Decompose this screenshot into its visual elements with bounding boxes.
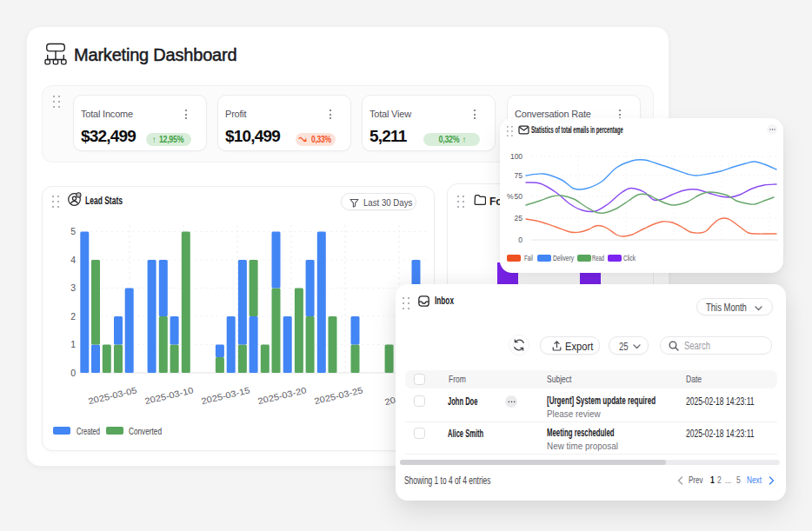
svg-text:Read: Read <box>592 254 604 262</box>
svg-text:3: 3 <box>70 282 76 293</box>
svg-text:Converted: Converted <box>129 426 162 436</box>
svg-text:2025-03-15: 2025-03-15 <box>200 385 250 406</box>
svg-text:25: 25 <box>515 214 523 222</box>
svg-text:0: 0 <box>70 368 76 378</box>
svg-text:75: 75 <box>515 171 523 180</box>
svg-text:0: 0 <box>518 236 522 244</box>
svg-text:Click: Click <box>623 254 636 262</box>
svg-text:Fail: Fail <box>524 254 533 262</box>
svg-text:2025-03-05: 2025-03-05 <box>87 385 137 406</box>
svg-text:2025-03-20: 2025-03-20 <box>256 385 307 406</box>
svg-text:%: % <box>507 192 514 201</box>
svg-text:4: 4 <box>70 255 76 265</box>
svg-text:2025-03-25: 2025-03-25 <box>313 385 363 406</box>
svg-text:2: 2 <box>70 311 76 322</box>
svg-text:50: 50 <box>515 192 523 201</box>
svg-text:Delivery: Delivery <box>553 254 575 262</box>
svg-text:5: 5 <box>70 226 76 236</box>
svg-text:Created: Created <box>77 426 100 436</box>
svg-text:2025-03-10: 2025-03-10 <box>143 385 194 406</box>
svg-text:1: 1 <box>70 339 76 349</box>
svg-text:100: 100 <box>510 152 522 161</box>
